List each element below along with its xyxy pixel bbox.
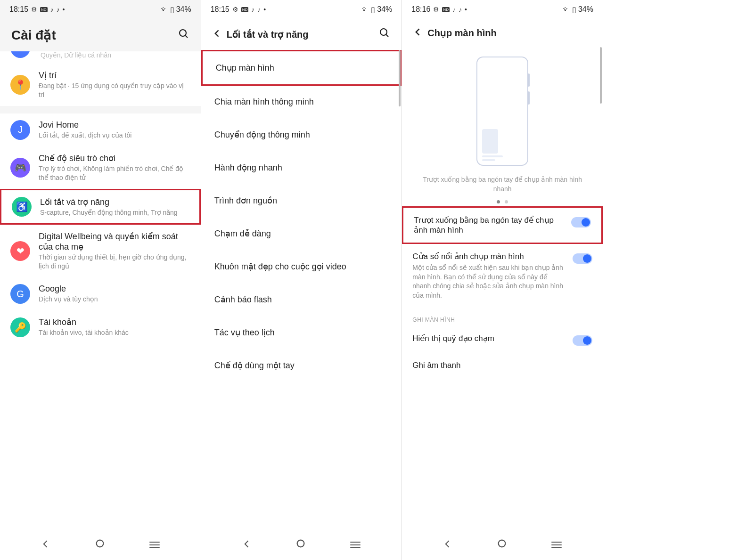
shortcut-item[interactable]: Trình đơn nguồn	[201, 184, 402, 217]
setting-desc: Một cửa sổ nổi sẽ xuất hiện sau khi bạn …	[412, 263, 566, 300]
settings-item[interactable]: ❤Digital Wellbeing và quyền kiểm soát củ…	[0, 225, 201, 277]
back-icon[interactable]	[213, 29, 222, 40]
shortcut-item[interactable]: Chế độ dùng một tay	[201, 349, 402, 382]
status-bar: 18:16 ⚙ ND ♪ ♪ • ᯤ ▯ 34%	[402, 0, 603, 19]
shortcut-item[interactable]: Hành động nhanh	[201, 151, 402, 184]
setting-row[interactable]: Hiển thị quỹ đạo chạm	[402, 326, 603, 353]
toggle-switch[interactable]	[573, 253, 592, 264]
setting-title: Hiển thị quỹ đạo chạm	[412, 333, 566, 343]
settings-item[interactable]: 📍Vị tríĐang bật · 15 ứng dụng có quyền t…	[0, 64, 201, 106]
wifi-icon: ᯤ	[361, 5, 369, 14]
page-indicator[interactable]	[497, 200, 508, 203]
shortcut-item[interactable]: Chạm dễ dàng	[201, 217, 402, 250]
toggle-switch[interactable]	[571, 217, 591, 227]
tiktok-icon-2: ♪	[459, 6, 462, 13]
settings-item[interactable]: 🎮Chế độ siêu trò chơiTrợ lý trò chơi, Kh…	[0, 146, 201, 189]
settings-item[interactable]: 🔑Tài khoảnTài khoản vivo, tài khoản khác	[0, 310, 201, 344]
settings-item-sub: Lối tắt, đề xuất, dịch vụ của tôi	[39, 131, 190, 140]
status-bar: 18:15 ⚙ ND ♪ ♪ • ᯤ ▯ 34%	[201, 0, 402, 19]
illustration-caption: Trượt xuống bằng ba ngón tay để chụp ảnh…	[419, 175, 586, 194]
title-bar: Lối tắt và trợ năng	[201, 19, 402, 50]
settings-item-icon: ♿	[12, 197, 32, 217]
settings-item[interactable]: GGoogleDịch vụ và tùy chọn	[0, 277, 201, 310]
nd-icon: ND	[442, 7, 450, 12]
settings-item-title: Digital Wellbeing và quyền kiểm soát của…	[39, 231, 190, 252]
settings-item-title: Lối tắt và trợ năng	[40, 197, 189, 207]
nav-back-icon[interactable]	[41, 538, 50, 552]
nav-bar	[0, 530, 201, 560]
nav-bar	[201, 530, 402, 560]
settings-item-title: Tài khoản	[39, 317, 190, 327]
scrollbar[interactable]	[600, 47, 602, 104]
battery-icon: ▯	[170, 5, 174, 14]
setting-title: Ghi âm thanh	[412, 361, 592, 370]
settings-item-sub: Thời gian sử dụng thiết bị, hẹn giờ cho …	[39, 253, 190, 271]
nav-home-icon[interactable]	[497, 538, 507, 552]
settings-item-icon: 🎮	[10, 158, 30, 178]
setting-row[interactable]: Ghi âm thanh	[402, 353, 603, 378]
privacy-icon	[10, 51, 30, 58]
nav-recents-icon[interactable]	[551, 540, 562, 550]
title-bar: Chụp màn hình	[402, 19, 603, 47]
battery-pct: 34%	[176, 5, 191, 14]
nav-back-icon[interactable]	[242, 538, 252, 552]
svg-point-2	[96, 540, 103, 547]
settings-item-title: Google	[39, 284, 190, 294]
scrollbar[interactable]	[399, 50, 401, 106]
tiktok-icon: ♪	[50, 6, 54, 13]
illustration: Trượt xuống bằng ba ngón tay để chụp ảnh…	[402, 47, 603, 206]
settings-item-icon: 📍	[10, 75, 30, 95]
tiktok-icon-2: ♪	[257, 6, 261, 13]
gear-icon: ⚙	[232, 6, 238, 13]
settings-item[interactable]: JJovi HomeLối tắt, đề xuất, dịch vụ của …	[0, 114, 201, 146]
title-bar: Cài đặt	[0, 19, 201, 51]
tiktok-icon: ♪	[452, 6, 456, 13]
setting-title: Cửa sổ nổi ảnh chụp màn hình	[412, 252, 566, 261]
settings-item-icon: 🔑	[10, 317, 30, 337]
shortcut-item[interactable]: Chia màn hình thông minh	[201, 86, 402, 118]
nav-recents-icon[interactable]	[350, 540, 361, 550]
gear-icon: ⚙	[433, 6, 439, 13]
nav-home-icon[interactable]	[95, 538, 105, 552]
shortcut-item[interactable]: Cảnh báo flash	[201, 283, 402, 316]
svg-point-5	[297, 540, 304, 547]
shortcut-item[interactable]: Khuôn mặt đẹp cho cuộc gọi video	[201, 250, 402, 283]
toggle-switch[interactable]	[573, 335, 592, 346]
shortcut-item[interactable]: Tác vụ theo lịch	[201, 316, 402, 349]
page-title: Cài đặt	[11, 27, 56, 43]
battery-pct: 34%	[578, 5, 593, 14]
svg-point-0	[180, 30, 186, 36]
nd-icon: ND	[40, 7, 48, 12]
svg-line-4	[386, 34, 388, 37]
tiktok-icon: ♪	[251, 6, 254, 13]
setting-title: Trượt xuống bằng ba ngón tay để chụp ảnh…	[414, 215, 565, 235]
more-icon: •	[63, 6, 65, 13]
phone-mockup	[476, 57, 528, 166]
shortcut-item[interactable]: Chuyển động thông minh	[201, 118, 402, 151]
back-icon[interactable]	[413, 27, 423, 39]
settings-item-privacy[interactable]: Quyền, Dữ liệu cá nhân	[0, 51, 201, 64]
search-icon[interactable]	[379, 27, 390, 41]
nd-icon: ND	[241, 7, 249, 12]
status-bar: 18:15 ⚙ ND ♪ ♪ • ᯤ ▯ 34%	[0, 0, 201, 19]
wifi-icon: ᯤ	[563, 5, 570, 14]
battery-pct: 34%	[377, 5, 392, 14]
more-icon: •	[465, 6, 467, 13]
status-time: 18:16	[411, 5, 430, 14]
settings-item[interactable]: ♿Lối tắt và trợ năngS-capture, Chuyển độ…	[0, 189, 201, 225]
setting-row[interactable]: Trượt xuống bằng ba ngón tay để chụp ảnh…	[402, 206, 603, 244]
svg-line-1	[185, 35, 188, 38]
tiktok-icon-2: ♪	[57, 6, 60, 13]
nav-back-icon[interactable]	[443, 538, 452, 552]
settings-item-title: Vị trí	[39, 70, 190, 81]
setting-row[interactable]: Cửa sổ nổi ảnh chụp màn hìnhMột cửa sổ n…	[402, 244, 603, 308]
nav-recents-icon[interactable]	[149, 540, 160, 550]
settings-item-icon: G	[10, 284, 30, 304]
shortcut-item[interactable]: Chụp màn hình	[201, 50, 402, 86]
nav-home-icon[interactable]	[295, 538, 306, 552]
settings-item-sub: Quyền, Dữ liệu cá nhân	[41, 51, 190, 59]
settings-item-sub: Dịch vụ và tùy chọn	[39, 295, 190, 304]
page-title: Chụp màn hình	[427, 27, 496, 39]
settings-item-icon: ❤	[10, 241, 30, 261]
search-icon[interactable]	[178, 28, 189, 42]
